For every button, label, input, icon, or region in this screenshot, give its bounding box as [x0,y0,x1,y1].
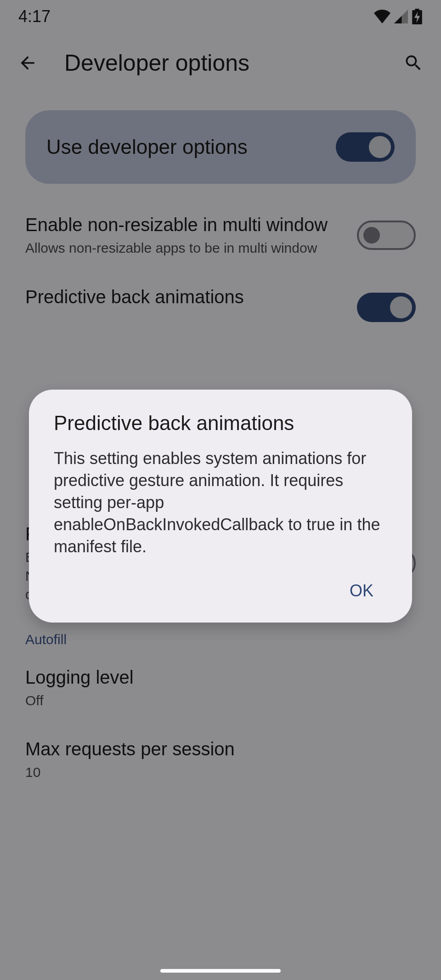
dialog-body: This setting enables system animations f… [54,448,387,557]
dialog-title: Predictive back animations [54,412,387,435]
dialog-ok-button[interactable]: OK [336,575,387,607]
dialog-predictive-back: Predictive back animations This setting … [29,390,412,623]
dialog-scrim[interactable]: Predictive back animations This setting … [0,0,441,980]
nav-bar-indicator[interactable] [160,969,281,973]
dialog-actions: OK [54,575,387,607]
